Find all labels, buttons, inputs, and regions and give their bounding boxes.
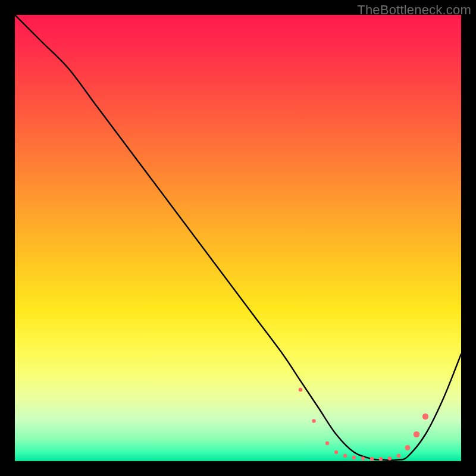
marker-dot <box>352 456 356 459</box>
marker-dot <box>343 454 347 458</box>
chart-overlay <box>15 15 461 461</box>
marker-dot <box>334 450 338 454</box>
marker-dot <box>370 457 374 461</box>
curve-line <box>15 15 461 461</box>
marker-dot <box>422 414 428 419</box>
marker-dot <box>379 457 383 461</box>
marker-dot <box>312 419 315 422</box>
marker-dot <box>397 454 400 458</box>
marker-dot <box>325 441 329 445</box>
marker-dot <box>299 388 302 392</box>
marker-dot <box>361 456 365 460</box>
watermark-text: TheBottleneck.com <box>357 2 471 18</box>
marker-dot <box>414 431 419 437</box>
chart-stage: TheBottleneck.com <box>0 0 476 476</box>
marker-dot <box>388 456 392 460</box>
marker-dots <box>299 388 428 461</box>
marker-dot <box>405 445 411 450</box>
plot-area <box>15 15 461 461</box>
